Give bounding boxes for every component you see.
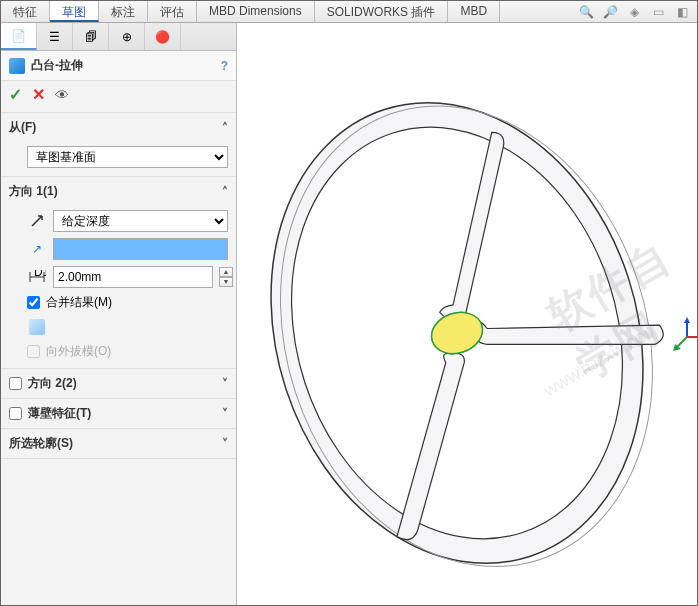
- feature-title-bar: 凸台-拉伸 ?: [1, 51, 236, 81]
- section-direction2: 方向 2(2) ˅: [1, 369, 236, 399]
- tab-sw-addins[interactable]: SOLIDWORKS 插件: [315, 1, 449, 22]
- chevron-up-icon: ˄: [222, 121, 228, 135]
- section-contours-head[interactable]: 所选轮廓(S) ˅: [1, 429, 236, 458]
- svg-text:D1: D1: [34, 270, 46, 279]
- chevron-down-icon: ˅: [222, 377, 228, 391]
- tab-annotate[interactable]: 标注: [99, 1, 148, 22]
- dir2-enable-checkbox[interactable]: [9, 377, 22, 390]
- graphics-viewport[interactable]: ⌀10 软件自学网 WWW.RJZXW.COM: [237, 23, 697, 605]
- chevron-up-icon: ˄: [222, 185, 228, 199]
- panel-tab-row: 📄 ☰ 🗐 ⊕ 🔴: [1, 23, 236, 51]
- preview-toggle[interactable]: 👁: [55, 87, 69, 103]
- depth-input[interactable]: [53, 238, 228, 260]
- model-wheel: [237, 33, 697, 606]
- cancel-button[interactable]: ✕: [32, 85, 45, 104]
- origin-triad: [667, 317, 698, 357]
- property-icon: ☰: [49, 30, 60, 44]
- target-icon: ⊕: [122, 30, 132, 44]
- feature-name: 凸台-拉伸: [31, 57, 221, 74]
- ok-button[interactable]: ✓: [9, 85, 22, 104]
- section-dir1-title: 方向 1(1): [9, 183, 58, 200]
- section-from-head[interactable]: 从(F) ˄: [1, 113, 236, 142]
- zoom-area-icon[interactable]: 🔎: [601, 3, 619, 21]
- from-plane-select[interactable]: 草图基准面: [27, 146, 228, 168]
- dimxpert-tab[interactable]: ⊕: [109, 23, 145, 50]
- property-manager-tab[interactable]: ☰: [37, 23, 73, 50]
- appearance-icon: 🔴: [155, 30, 170, 44]
- feature-tree-icon: 📄: [11, 29, 26, 43]
- config-icon: 🗐: [85, 30, 97, 44]
- section-from: 从(F) ˄ 草图基准面: [1, 113, 236, 177]
- svg-marker-7: [684, 317, 690, 323]
- draft-outward-label: 向外拔模(O): [46, 343, 111, 360]
- chevron-down-icon: ˅: [222, 407, 228, 421]
- tab-mbd-dimensions[interactable]: MBD Dimensions: [197, 1, 315, 22]
- direction-arrow-icon: ↗: [27, 239, 47, 259]
- tab-evaluate[interactable]: 评估: [148, 1, 197, 22]
- section-dir2-head[interactable]: 方向 2(2) ˅: [1, 369, 236, 398]
- feature-manager-tab[interactable]: 📄: [1, 23, 37, 50]
- zoom-fit-icon[interactable]: 🔍: [577, 3, 595, 21]
- draft-outward-checkbox: [27, 345, 40, 358]
- end-condition-select[interactable]: 给定深度: [53, 210, 228, 232]
- draft-spinner[interactable]: ▲▼: [219, 267, 233, 287]
- merge-result-checkbox[interactable]: [27, 296, 40, 309]
- draft-icon[interactable]: [27, 317, 47, 337]
- property-manager: 📄 ☰ 🗐 ⊕ 🔴 凸台-拉伸 ? ✓ ✕ 👁 从(F) ˄ 草图: [1, 23, 237, 605]
- section-dir2-title: 方向 2(2): [28, 375, 77, 392]
- section-direction1: 方向 1(1) ˄ 给定深度 ↗ D1 ▲▼: [1, 177, 236, 369]
- config-manager-tab[interactable]: 🗐: [73, 23, 109, 50]
- extrude-icon: [9, 58, 25, 74]
- tab-sketch[interactable]: 草图: [50, 1, 99, 22]
- section-thin-head[interactable]: 薄壁特征(T) ˅: [1, 399, 236, 428]
- display-style-icon[interactable]: ▭: [649, 3, 667, 21]
- tab-features[interactable]: 特征: [1, 1, 50, 22]
- section-selected-contours: 所选轮廓(S) ˅: [1, 429, 236, 459]
- section-thin-title: 薄壁特征(T): [28, 405, 91, 422]
- action-row: ✓ ✕ 👁: [1, 81, 236, 113]
- section-contours-title: 所选轮廓(S): [9, 435, 73, 452]
- draft-value-input[interactable]: [53, 266, 213, 288]
- spin-down-icon[interactable]: ▼: [219, 277, 233, 287]
- thin-enable-checkbox[interactable]: [9, 407, 22, 420]
- view-toolbar: 🔍 🔎 ◈ ▭ ◧: [577, 3, 691, 21]
- tab-mbd[interactable]: MBD: [448, 1, 500, 22]
- spin-up-icon[interactable]: ▲: [219, 267, 233, 277]
- reverse-direction-button[interactable]: [27, 211, 47, 231]
- help-button[interactable]: ?: [221, 59, 228, 73]
- section-from-title: 从(F): [9, 119, 36, 136]
- view-orientation-icon[interactable]: ◈: [625, 3, 643, 21]
- chevron-down-icon: ˅: [222, 437, 228, 451]
- section-thin-feature: 薄壁特征(T) ˅: [1, 399, 236, 429]
- depth-dimension-icon: D1: [27, 267, 47, 287]
- section-dir1-head[interactable]: 方向 1(1) ˄: [1, 177, 236, 206]
- display-manager-tab[interactable]: 🔴: [145, 23, 181, 50]
- merge-result-label: 合并结果(M): [46, 294, 112, 311]
- section-view-icon[interactable]: ◧: [673, 3, 691, 21]
